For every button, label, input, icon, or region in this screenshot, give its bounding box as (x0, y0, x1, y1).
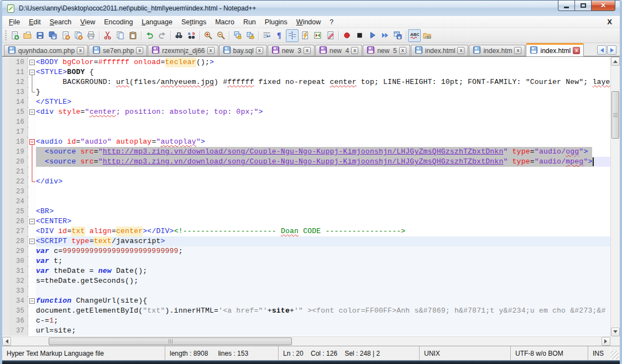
bookmark-margin[interactable] (2, 97, 9, 107)
bookmark-margin[interactable] (2, 147, 9, 157)
code-line[interactable] (36, 197, 610, 207)
menu-item-macro[interactable]: Macro (211, 17, 239, 27)
code-line[interactable]: <BR> (36, 207, 610, 217)
code-line[interactable] (36, 167, 610, 177)
close-all-icon[interactable] (72, 29, 85, 42)
tab-close-icon[interactable]: x (351, 47, 358, 54)
code-line[interactable] (36, 127, 610, 137)
code-line[interactable]: s=theDate.getSeconds(); (36, 276, 610, 286)
find-icon[interactable] (173, 29, 185, 42)
document-map-icon[interactable] (311, 29, 324, 42)
undo-icon[interactable] (143, 29, 156, 42)
code-line[interactable]: </div> (36, 177, 610, 187)
minimize-button[interactable] (558, 1, 574, 11)
code-line[interactable]: <STYLE>BODY { (36, 67, 610, 77)
scroll-down-button[interactable] (611, 328, 620, 336)
tab-bay-sql[interactable]: bay.sqlx (219, 45, 267, 56)
code-line[interactable]: var t; (36, 256, 610, 266)
bookmark-margin[interactable] (2, 326, 9, 336)
fold-margin-marker[interactable] (28, 217, 36, 226)
text-editor[interactable]: 10<BODY bgColor=#ffffff onload=teclear()… (2, 57, 610, 336)
tab-close-icon[interactable]: x (457, 47, 464, 54)
tab-close-icon[interactable]: x (573, 47, 580, 54)
menu-item-window[interactable]: Window (292, 17, 325, 27)
fold-margin-marker[interactable] (28, 77, 36, 87)
vertical-scrollbar[interactable] (610, 57, 620, 336)
show-all-chars-icon[interactable]: ¶ (273, 29, 286, 42)
toolbar-grip[interactable] (5, 30, 7, 40)
copy-icon[interactable] (114, 29, 127, 42)
replace-icon[interactable]: ab (185, 29, 198, 42)
bookmark-margin[interactable] (2, 137, 9, 147)
menu-item-plugins[interactable]: Plugins (260, 17, 292, 27)
code-line[interactable]: } (36, 87, 610, 97)
bookmark-margin[interactable] (2, 117, 9, 127)
sync-vertical-icon[interactable] (231, 29, 244, 42)
word-wrap-icon[interactable] (260, 29, 273, 42)
menu-item-?[interactable]: ? (325, 17, 338, 27)
tab-new-5[interactable]: new 5x (363, 45, 410, 56)
tab-close-icon[interactable]: x (207, 47, 215, 54)
horizontal-scroll-thumb[interactable] (49, 337, 292, 345)
scroll-right-button[interactable] (602, 337, 610, 346)
tab-close-icon[interactable]: x (304, 47, 311, 54)
user-define-dialog-icon[interactable] (299, 29, 311, 42)
spell-check-icon[interactable]: ABC (408, 29, 421, 42)
cut-icon[interactable] (101, 29, 114, 42)
paste-icon[interactable] (127, 29, 139, 42)
fold-margin-marker[interactable] (28, 57, 36, 67)
title-bar[interactable]: D:\Users\anny\Desktop\ococ2011.net\publi… (2, 1, 620, 16)
fold-margin-marker[interactable] (28, 67, 36, 77)
save-icon[interactable] (34, 29, 46, 42)
redo-icon[interactable] (156, 29, 169, 42)
horizontal-scrollbar[interactable] (2, 336, 610, 346)
code-line[interactable]: </STYLE> (36, 97, 610, 107)
indent-guide-icon[interactable] (286, 29, 299, 42)
zoom-in-icon[interactable] (202, 29, 215, 42)
tab-close-icon[interactable]: x (256, 47, 263, 54)
bookmark-margin[interactable] (2, 316, 9, 326)
bookmark-margin[interactable] (2, 266, 9, 276)
code-line[interactable]: <div style="center; position: absolute; … (36, 107, 610, 117)
menu-close-icon[interactable]: X (607, 18, 612, 26)
zoom-out-icon[interactable] (215, 29, 227, 42)
code-line[interactable]: <BODY bgColor=#ffffff onload=teclear();> (36, 57, 610, 67)
code-line[interactable] (36, 187, 610, 197)
tab-new-3[interactable]: new 3x (268, 45, 315, 56)
bookmark-margin[interactable] (2, 87, 9, 97)
code-line[interactable]: <audio id="audio" autoplay="autoplay"> (36, 137, 610, 147)
tab-close-icon[interactable]: x (136, 47, 143, 54)
menu-item-view[interactable]: View (76, 17, 100, 27)
bookmark-margin[interactable] (2, 167, 9, 177)
bookmark-margin[interactable] (2, 57, 9, 67)
macro-stop-icon[interactable] (353, 29, 366, 42)
bookmark-margin[interactable] (2, 246, 9, 256)
tab-index-html[interactable]: index.htmlx (411, 45, 469, 56)
menu-item-settings[interactable]: Settings (177, 17, 211, 27)
bookmark-margin[interactable] (2, 256, 9, 266)
bookmark-margin[interactable] (2, 217, 9, 226)
fold-margin-marker[interactable] (28, 157, 36, 167)
bookmark-margin[interactable] (2, 77, 9, 87)
tab-close-icon[interactable]: x (399, 47, 406, 54)
open-icon[interactable] (21, 29, 34, 42)
code-line[interactable]: url=site; (36, 326, 610, 336)
sync-horizontal-icon[interactable] (244, 29, 257, 42)
bookmark-margin[interactable] (2, 207, 9, 217)
horizontal-scroll-track[interactable] (11, 337, 602, 346)
bookmark-margin[interactable] (2, 306, 9, 316)
code-line[interactable]: <DIV id=txt align=center></DIV><!-------… (36, 226, 610, 236)
tab-close-icon[interactable]: x (514, 47, 521, 54)
fold-margin-marker[interactable] (28, 177, 36, 187)
scroll-left-button[interactable] (2, 337, 11, 346)
code-line[interactable]: var theDate = new Date(); (36, 266, 610, 276)
menu-item-search[interactable]: Search (45, 17, 76, 27)
maximize-button[interactable] (574, 1, 591, 11)
tab-scroll-left-button[interactable] (597, 45, 607, 55)
menu-item-file[interactable]: File (4, 17, 24, 27)
code-line[interactable]: <CENTER> (36, 217, 610, 226)
save-all-icon[interactable] (46, 29, 59, 42)
close-button[interactable]: ✕ (591, 1, 615, 11)
link-folder-icon[interactable] (421, 29, 433, 42)
scroll-up-button[interactable] (611, 57, 620, 66)
